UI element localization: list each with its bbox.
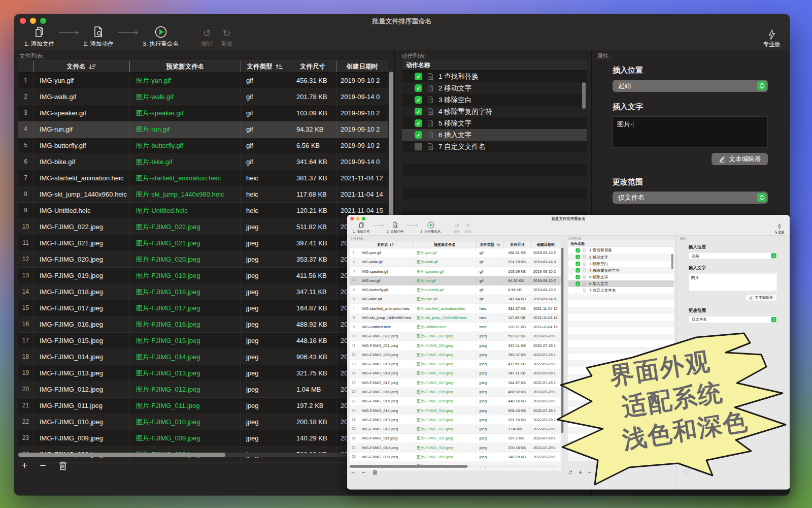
insert-text-field[interactable]: 图片- [689, 273, 777, 291]
redo-button[interactable]: ↻ 重做 [221, 28, 232, 50]
file-row[interactable]: 9IMG-Untitled.heic图片-Untitled.heicheic12… [18, 203, 388, 219]
action-row[interactable]: ✓4 移除重复的字符 [402, 106, 587, 117]
action-scrollbar-thumb[interactable] [671, 253, 673, 269]
file-row[interactable]: 19IMG-FJIMG_013.jpeg图片-FJIMG_013.jpegjpe… [350, 415, 561, 424]
action-row[interactable]: ✓5 移除文字 [402, 117, 587, 129]
pro-badge[interactable]: 专业版 [774, 224, 785, 234]
action-row[interactable]: ✓1 查找和替换 [568, 247, 674, 253]
add-files-button[interactable]: 1. 添加文件 [24, 24, 54, 50]
run-rename-button[interactable]: 3. 执行重命名 [143, 24, 179, 50]
action-row[interactable]: 7 自定义文件名 [402, 141, 587, 152]
file-row[interactable]: 16IMG-FJIMG_016.jpeg图片-FJIMG_016.jpegjpe… [18, 316, 388, 333]
file-row[interactable]: 11IMG-FJIMG_021.jpeg图片-FJIMG_021.jpegjpe… [350, 341, 561, 350]
file-row[interactable]: 3IMG-speaker.gif图片-speaker.gifgif103.09 … [18, 105, 388, 121]
checkbox-checked-icon[interactable]: ✓ [576, 255, 580, 260]
add-file-button[interactable]: + [351, 469, 355, 476]
file-row[interactable]: 12IMG-FJIMG_020.jpeg图片-FJIMG_020.jpegjpe… [350, 351, 561, 360]
file-row[interactable]: 22IMG-FJIMG_010.jpeg图片-FJIMG_010.jpegjpe… [350, 443, 561, 452]
file-row[interactable]: 9IMG-Untitled.heic图片-Untitled.heicheic12… [350, 323, 561, 332]
redo-button[interactable]: ↻ 重做 [465, 223, 471, 235]
file-row[interactable]: 11IMG-FJIMG_021.jpeg图片-FJIMG_021.jpegjpe… [18, 235, 388, 251]
column-header-created[interactable]: 创建日期时 [336, 61, 388, 72]
file-row[interactable]: 17IMG-FJIMG_015.jpeg图片-FJIMG_015.jpegjpe… [18, 333, 388, 349]
action-row[interactable]: ✓2 移动文字 [568, 253, 674, 260]
file-row[interactable]: 15IMG-FJIMG_017.jpeg图片-FJIMG_017.jpegjpe… [18, 300, 388, 316]
checkbox-checked-icon[interactable]: ✓ [415, 108, 422, 115]
remove-file-button[interactable]: − [40, 460, 46, 471]
scrollbar-thumb[interactable] [18, 453, 225, 457]
file-row[interactable]: 8IMG-ski_jump_1440x960.heic图片-ski_jump_1… [18, 186, 388, 203]
file-row[interactable]: 1IMG-yun.gif图片-yun.gifgif456.31 KB2019-0… [18, 73, 388, 89]
file-horizontal-scrollbar[interactable] [350, 465, 558, 468]
file-row[interactable]: 23IMG-FJIMG_009.jpeg图片-FJIMG_009.jpegjpe… [350, 452, 561, 461]
file-horizontal-scrollbar[interactable] [18, 453, 384, 457]
add-files-button[interactable]: 1. 添加文件 [353, 220, 370, 235]
action-row[interactable]: ✓1 查找和替换 [402, 71, 587, 82]
file-row[interactable]: 7IMG-starfield_animation.heic图片-starfiel… [18, 170, 388, 186]
action-row[interactable]: 7 自定义文件名 [568, 287, 674, 294]
remove-file-button[interactable]: − [362, 469, 365, 476]
checkbox-checked-icon[interactable]: ✓ [415, 73, 422, 80]
action-row[interactable]: ✓6 插入文字 [568, 280, 674, 287]
insert-position-select[interactable]: 起始 [689, 252, 777, 260]
file-row[interactable]: 22IMG-FJIMG_010.jpeg图片-FJIMG_010.jpegjpe… [18, 414, 388, 430]
file-row[interactable]: 21IMG-FJIMG_011.jpeg图片-FJIMG_011.jpegjpe… [18, 398, 388, 414]
file-row[interactable]: 5IMG-butterfly.gif图片-butterfly.gifgif6.5… [18, 138, 388, 154]
undo-button[interactable]: ↺ 撤销 [201, 28, 213, 50]
file-row[interactable]: 14IMG-FJIMG_018.jpeg图片-FJIMG_018.jpegjpe… [18, 284, 388, 300]
column-header-filename[interactable]: 文件名 [33, 61, 130, 72]
add-actions-button[interactable]: 2. 添加动作 [84, 24, 114, 50]
file-row[interactable]: 10IMG-FJIMG_022.jpeg图片-FJIMG_022.jpegjpe… [350, 332, 561, 341]
file-row[interactable]: 6IMG-bike.gif图片-bike.gifgif341.64 KB2019… [350, 295, 561, 304]
checkbox-checked-icon[interactable]: ✓ [576, 268, 580, 273]
scope-select[interactable]: 仅文件名 [613, 192, 768, 204]
add-actions-button[interactable]: 2. 添加动作 [387, 220, 404, 235]
checkbox-checked-icon[interactable]: ✓ [415, 131, 422, 139]
file-row[interactable]: 7IMG-starfield_animation.heic图片-starfiel… [350, 304, 561, 313]
action-row[interactable]: ✓4 移除重复的字符 [568, 267, 674, 274]
scrollbar-thumb[interactable] [350, 465, 468, 468]
file-row[interactable]: 14IMG-FJIMG_018.jpeg图片-FJIMG_018.jpegjpe… [350, 369, 561, 378]
column-header-newname[interactable]: 预览新文件名 [413, 242, 477, 248]
column-header-filename[interactable]: 文件名 [358, 242, 413, 248]
file-row[interactable]: 23IMG-FJIMG_009.jpeg图片-FJIMG_009.jpegjpe… [18, 430, 388, 447]
column-header-created[interactable]: 创建日期时 [531, 242, 560, 248]
file-row[interactable]: 20IMG-FJIMG_012.jpeg图片-FJIMG_012.jpegjpe… [350, 425, 561, 434]
file-row[interactable]: 6IMG-bike.gif图片-bike.gifgif341.64 KB2019… [18, 154, 388, 170]
checkbox-checked-icon[interactable]: ✓ [415, 119, 422, 127]
insert-text-field[interactable]: 图片- [613, 116, 768, 148]
action-row[interactable]: ✓2 移动文字 [402, 82, 587, 94]
column-header-filetype[interactable]: 文件类型 [241, 61, 289, 72]
file-row[interactable]: 2IMG-walk.gif图片-walk.gifgif201.78 KB2019… [350, 258, 561, 267]
checkbox-checked-icon[interactable]: ✓ [576, 248, 580, 253]
checkbox-checked-icon[interactable]: ✓ [415, 84, 422, 92]
text-editor-button[interactable]: 文本编辑器 [745, 294, 777, 301]
file-row[interactable]: 10IMG-FJIMG_022.jpeg图片-FJIMG_022.jpegjpe… [18, 219, 388, 235]
file-row[interactable]: 13IMG-FJIMG_019.jpeg图片-FJIMG_019.jpegjpe… [18, 268, 388, 284]
file-row[interactable]: 1IMG-yun.gif图片-yun.gifgif456.31 KB2019-0… [350, 248, 561, 258]
add-file-button[interactable]: + [21, 460, 27, 471]
action-row[interactable]: ✓6 插入文字 [402, 129, 587, 141]
column-header-filetype[interactable]: 文件类型 [477, 242, 504, 248]
checkbox-unchecked-icon[interactable] [415, 143, 422, 150]
delete-files-button[interactable] [372, 469, 377, 475]
checkbox-checked-icon[interactable]: ✓ [576, 262, 580, 266]
file-row[interactable]: 4IMG-run.gif图片-run.gifgif94.32 KB2019-09… [350, 276, 561, 285]
action-row[interactable]: ✓5 移除文字 [568, 274, 674, 280]
file-row[interactable]: 17IMG-FJIMG_015.jpeg图片-FJIMG_015.jpegjpe… [350, 397, 561, 406]
text-editor-button[interactable]: 文本编辑器 [712, 153, 768, 165]
checkbox-checked-icon[interactable]: ✓ [576, 281, 580, 286]
file-row[interactable]: 18IMG-FJIMG_014.jpeg图片-FJIMG_014.jpegjpe… [350, 406, 561, 415]
file-row[interactable]: 15IMG-FJIMG_017.jpeg图片-FJIMG_017.jpegjpe… [350, 378, 561, 387]
action-row[interactable]: ✓3 移除空白 [402, 94, 587, 106]
file-row[interactable]: 2IMG-walk.gif图片-walk.gifgif201.78 KB2019… [18, 89, 388, 105]
insert-position-select[interactable]: 起始 [613, 80, 768, 92]
file-row[interactable]: 16IMG-FJIMG_016.jpeg图片-FJIMG_016.jpegjpe… [350, 388, 561, 397]
run-rename-button[interactable]: 3. 执行重命名 [421, 220, 441, 235]
file-row[interactable]: 8IMG-ski_jump_1440x960.heic图片-ski_jump_1… [350, 313, 561, 322]
file-row[interactable]: 13IMG-FJIMG_019.jpeg图片-FJIMG_019.jpegjpe… [350, 360, 561, 369]
column-header-filesize[interactable]: 文件尺寸 [289, 61, 336, 72]
file-row[interactable]: 19IMG-FJIMG_013.jpeg图片-FJIMG_013.jpegjpe… [18, 365, 388, 382]
column-header-filesize[interactable]: 文件尺寸 [504, 242, 531, 248]
file-row[interactable]: 4IMG-run.gif图片-run.gifgif94.32 KB2019-09… [18, 121, 388, 138]
